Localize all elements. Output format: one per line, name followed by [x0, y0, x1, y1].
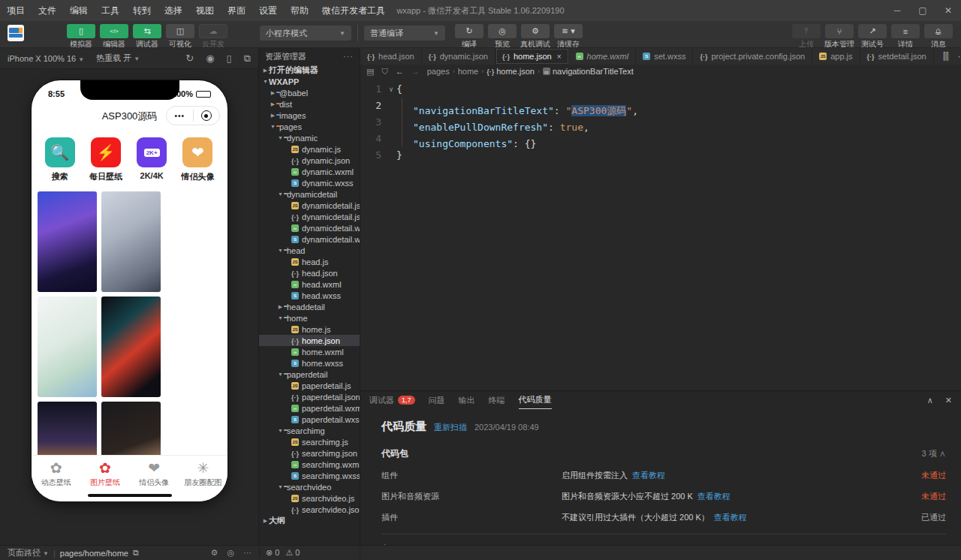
compiler-button[interactable]: </>编辑器 [99, 24, 129, 50]
tree-folder-WXAPP[interactable]: ▼WXAPP [259, 76, 360, 87]
explorer-more-icon[interactable]: ··· [343, 52, 354, 61]
tree-file-dynamic.wxss[interactable]: Sdynamic.wxss [259, 177, 360, 188]
tree-file-dynamic.wxml[interactable]: ‹›dynamic.wxml [259, 166, 360, 177]
debug-tab-问题[interactable]: 问题 [429, 391, 445, 409]
tree-file-dynamic.json[interactable]: {·}dynamic.json [259, 155, 360, 166]
quick-entry-情侣头像[interactable]: ❤情侣头像 [181, 137, 214, 182]
editor-tab-set.wxss[interactable]: Sset.wxss [636, 48, 693, 65]
editor-tab-app.js[interactable]: JSapp.js [812, 48, 860, 65]
tabbar-item-朋友圈配图[interactable]: ✳朋友圈配图 [179, 461, 227, 501]
tree-file-paperdetail.js[interactable]: JSpaperdetail.js [259, 380, 360, 391]
tree-folder-pages[interactable]: ▼pages [259, 121, 360, 132]
menu-item-9[interactable]: 帮助 [284, 0, 315, 21]
tutorial-link[interactable]: 查看教程 [697, 492, 731, 501]
tab-close-icon[interactable]: × [557, 53, 562, 61]
editor-tab-setdetail.json[interactable]: {·}setdetail.json [860, 48, 934, 65]
error-count[interactable]: ⊗ 0 [266, 548, 279, 558]
test-account-button[interactable]: ↗测试号 [857, 24, 887, 50]
visualize-button[interactable]: ◫可视化 [165, 24, 195, 50]
tree-folder-大纲[interactable]: ▶大纲 [259, 515, 360, 526]
hot-reload-toggle[interactable]: 热重载 开 ▼ [96, 53, 140, 64]
tree-file-paperdetail.json[interactable]: {·}paperdetail.json [259, 391, 360, 402]
debug-tab-调试器[interactable]: 调试器1,7 [369, 391, 415, 409]
tree-folder-searchimg[interactable]: ▼searchimg [259, 425, 360, 436]
tree-folder-dynamic[interactable]: ▼dynamic [259, 132, 360, 143]
tree-file-home.wxml[interactable]: ‹›home.wxml [259, 346, 360, 357]
tree-file-home.js[interactable]: JShome.js [259, 324, 360, 335]
tree-folder-headdetail[interactable]: ▶headdetail [259, 301, 360, 312]
tree-folder-searchvideo[interactable]: ▼searchvideo [259, 481, 360, 492]
maximize-button[interactable]: ▢ [910, 0, 935, 21]
menu-item-3[interactable]: 工具 [95, 0, 126, 21]
menu-item-10[interactable]: 微信开发者工具 [315, 0, 392, 21]
breadcrumb-item[interactable]: ▭navigationBarTitleText [543, 67, 634, 76]
statusbar-more-icon[interactable]: ··· [243, 548, 252, 558]
page-path-label[interactable]: 页面路径 ▼ [8, 547, 49, 558]
preview-button[interactable]: ◎预览 [487, 24, 517, 50]
tree-file-paperdetail.wxml[interactable]: ‹›paperdetail.wxml [259, 402, 360, 414]
editor-tab-project.private.config.json[interactable]: {·}project.private.config.json [693, 48, 812, 65]
quick-entry-搜索[interactable]: 🔍搜索 [45, 137, 75, 182]
tutorial-link[interactable]: 查看教程 [632, 471, 665, 480]
tree-file-searchimg.js[interactable]: JSsearchimg.js [259, 436, 360, 447]
tree-folder-打开的编辑器[interactable]: ▶打开的编辑器 [259, 65, 360, 76]
rescan-link[interactable]: 重新扫描 [434, 422, 467, 433]
menu-item-4[interactable]: 转到 [126, 0, 158, 21]
tree-folder-dynamicdetail[interactable]: ▼dynamicdetail [259, 188, 360, 200]
quick-entry-每日壁纸[interactable]: ⚡每日壁纸 [89, 137, 122, 182]
tree-file-home.wxss[interactable]: Shome.wxss [259, 357, 360, 369]
mode-select[interactable]: 小程序模式▼ [260, 26, 351, 41]
compile-mode-select[interactable]: 普通编译▼ [364, 26, 445, 41]
rotate-icon[interactable]: ↻ [185, 53, 194, 65]
copy-icon[interactable]: ⧉ [133, 548, 139, 558]
miniapp-capsule[interactable]: ••• [166, 106, 220, 125]
editor-tab-dynamic.json[interactable]: {·}dynamic.json [422, 48, 496, 65]
more-icon[interactable]: ••• [167, 112, 193, 120]
photo-thumbnail[interactable] [38, 191, 97, 292]
tree-file-dynamicdetail.wxss[interactable]: Sdynamicdetail.wxss [259, 233, 360, 245]
tree-file-searchvideo.json[interactable]: {·}searchvideo.json [259, 504, 360, 515]
tree-file-head.json[interactable]: {·}head.json [259, 267, 360, 278]
tree-file-head.wxml[interactable]: ‹›head.wxml [259, 278, 360, 290]
tree-file-paperdetail.wxss[interactable]: Spaperdetail.wxss [259, 414, 360, 425]
bug-icon[interactable]: ⚙ [211, 548, 218, 558]
editor-tab-home.json[interactable]: {·}home.json× [496, 48, 569, 65]
photo-thumbnail[interactable] [38, 297, 97, 397]
close-button[interactable]: ✕ [935, 0, 961, 21]
tree-file-head.js[interactable]: JShead.js [259, 256, 360, 267]
bookmark-icon[interactable]: ⛉ [381, 67, 387, 77]
details-button[interactable]: ≡详情 [890, 24, 920, 50]
tree-file-searchimg.wxss[interactable]: Ssearchimg.wxss [259, 470, 360, 481]
menu-item-2[interactable]: 编辑 [63, 0, 95, 21]
tree-folder-images[interactable]: ▶images [259, 110, 360, 121]
editor-tab-head.json[interactable]: {·}head.json [360, 48, 422, 65]
menu-item-0[interactable]: 项目 [0, 0, 32, 21]
editor-tab-home.wxml[interactable]: ‹›home.wxml [569, 48, 637, 65]
menu-item-7[interactable]: 界面 [221, 0, 252, 21]
tabbar-item-动态壁纸[interactable]: ✿动态壁纸 [32, 461, 80, 501]
photo-thumbnail[interactable] [101, 297, 161, 397]
tree-file-dynamicdetail.js[interactable]: JSdynamicdetail.js [259, 200, 360, 211]
panel-collapse-icon[interactable]: ∧ [927, 396, 933, 405]
photo-thumbnail[interactable] [101, 191, 161, 292]
debugger-button[interactable]: ⇆调试器 [132, 24, 162, 50]
tree-file-searchvideo.js[interactable]: JSsearchvideo.js [259, 492, 360, 504]
codepack-count[interactable]: 3 项 ∧ [922, 448, 946, 459]
menu-item-6[interactable]: 视图 [189, 0, 221, 21]
back-arrow-icon[interactable]: ← [396, 67, 404, 76]
breadcrumb-item[interactable]: home [458, 67, 479, 76]
panel-close-icon[interactable]: ✕ [945, 396, 952, 405]
breadcrumb-item[interactable]: {·}home.json [487, 67, 535, 76]
multi-window-icon[interactable]: ⧉ [244, 53, 251, 65]
simulator-button[interactable]: ▯模拟器 [66, 24, 96, 50]
device-frame-icon[interactable]: ▯ [227, 53, 232, 65]
tree-file-dynamicdetail.json[interactable]: {·}dynamicdetail.json [259, 211, 360, 222]
editor-more-icon[interactable]: ··· [957, 51, 961, 62]
compile-button[interactable]: ↻编译 [454, 24, 484, 50]
clear-cache-button[interactable]: ≋ ▾清缓存 [553, 24, 583, 50]
eye-icon[interactable]: ◎ [227, 548, 234, 558]
cloud-dev-button[interactable]: ☁云开发 [198, 24, 228, 50]
tree-folder-head[interactable]: ▼head [259, 245, 360, 256]
minimize-button[interactable]: ─ [884, 0, 910, 21]
split-editor-icon[interactable]: ⫿⫿ [943, 51, 949, 62]
